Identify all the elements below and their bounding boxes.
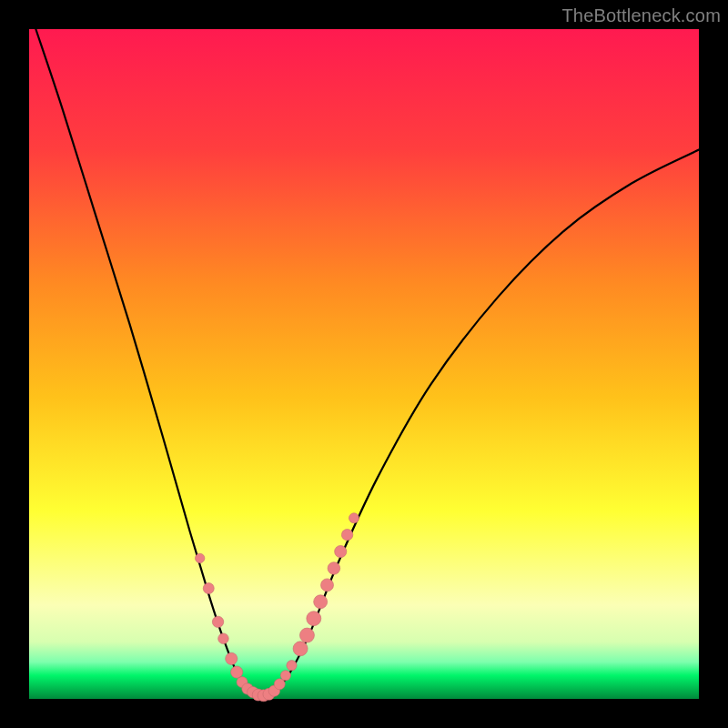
data-marker [341, 529, 352, 540]
data-marker [328, 562, 340, 575]
bottleneck-curve [35, 29, 699, 695]
data-marker [195, 553, 204, 562]
data-marker [307, 612, 321, 626]
watermark-text: TheBottleneck.com [561, 5, 721, 26]
data-marker [226, 652, 238, 664]
data-marker [287, 661, 297, 671]
data-marker [299, 628, 314, 642]
data-marker [212, 616, 223, 627]
data-marker [349, 513, 359, 523]
chart-svg [29, 29, 699, 699]
data-marker [314, 595, 328, 609]
chart-frame: TheBottleneck.com [0, 0, 728, 728]
plot-area [29, 29, 699, 699]
data-marker [321, 579, 334, 592]
data-marker [280, 671, 290, 681]
data-marker [218, 633, 229, 644]
data-marker [231, 666, 243, 678]
data-marker [335, 545, 347, 557]
data-marker [203, 583, 214, 594]
data-marker [293, 642, 308, 656]
data-markers [195, 513, 359, 702]
